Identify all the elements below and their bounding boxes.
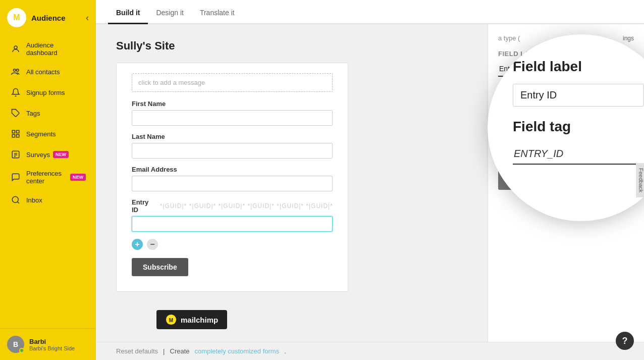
svg-point-2 [14, 46, 17, 49]
form-field-first-name: First Name [132, 100, 333, 126]
sidebar-item-label: Inbox [26, 196, 42, 204]
bottom-suffix: . [284, 347, 286, 355]
sidebar-item-label: Segments [26, 130, 56, 138]
form-field-entry-id: Entry ID *|GUID|* *|GUID|* *|GUID|* *|GU… [132, 198, 333, 232]
svg-text:M: M [13, 13, 20, 22]
site-title: Sully's Site [116, 39, 467, 53]
create-text: Create [170, 347, 190, 355]
add-field-btn[interactable]: + [132, 239, 143, 250]
field-type-label: a type ( [498, 34, 520, 42]
svg-text:M: M [169, 318, 173, 323]
sidebar-footer: B Barbi Barbi's Bright Side [0, 328, 96, 360]
sidebar-item-label: Preferences center [26, 170, 67, 185]
mailchimp-text: mailchimp [181, 316, 218, 324]
entry-id-label-row: Entry ID *|GUID|* *|GUID|* *|GUID|* *|GU… [132, 198, 333, 214]
sidebar-item-all-contacts[interactable]: All contacts [3, 62, 93, 82]
sidebar-nav: Audience dashboard All contacts Signup f… [0, 32, 96, 328]
sidebar: M Audience ‹ Audience dashboard All cont… [0, 0, 96, 360]
mailchimp-logo-icon: M [166, 314, 177, 325]
group-icon [10, 66, 21, 77]
remove-field-btn[interactable]: − [147, 239, 158, 250]
first-name-input[interactable] [132, 110, 333, 126]
reset-defaults-link[interactable]: Reset defaults [116, 347, 158, 355]
svg-point-4 [17, 69, 19, 72]
magnify-field-tag-input[interactable] [513, 144, 644, 165]
sidebar-item-segments[interactable]: Segments [3, 124, 93, 144]
sidebar-user-name: Barbi [29, 338, 75, 345]
form-message-box[interactable]: click to add a message [132, 73, 333, 92]
sidebar-item-signup-forms[interactable]: Signup forms [3, 82, 93, 102]
form-field-email: Email Address [132, 166, 333, 191]
sidebar-item-tags[interactable]: Tags [3, 103, 93, 123]
sidebar-logo: M [7, 8, 26, 27]
top-tabs: Build it Design it Translate it [96, 0, 644, 24]
mailchimp-badge: M mailchimp [156, 310, 227, 329]
form-field-last-name: Last Name [132, 133, 333, 159]
content-area: Sully's Site click to add a message Firs… [96, 24, 644, 342]
tab-translate-it[interactable]: Translate it [192, 3, 243, 24]
form-preview-container: Sully's Site click to add a message Firs… [96, 24, 488, 342]
entry-id-input[interactable] [132, 216, 333, 232]
settings-link[interactable]: ings [623, 35, 634, 42]
sidebar-item-surveys[interactable]: Surveys New [3, 144, 93, 165]
bottom-divider: | [163, 347, 165, 355]
svg-rect-6 [12, 130, 15, 133]
magnify-field-label-input[interactable] [513, 84, 644, 107]
magnify-field-label-title: Field label [513, 59, 582, 75]
avatar: B [7, 336, 24, 353]
pref-icon [10, 172, 21, 183]
sidebar-item-audience-dashboard[interactable]: Audience dashboard [3, 37, 93, 61]
last-name-input[interactable] [132, 143, 333, 159]
svg-point-14 [12, 196, 18, 202]
help-btn[interactable]: ? [616, 332, 634, 350]
sidebar-item-label: Surveys [26, 151, 50, 159]
first-name-label: First Name [132, 100, 333, 108]
svg-rect-8 [12, 135, 15, 137]
feedback-tab[interactable]: Feedback [636, 163, 644, 197]
sidebar-item-label: Audience dashboard [26, 41, 86, 57]
survey-icon [10, 149, 21, 160]
main-content: Build it Design it Translate it Sully's … [96, 0, 644, 360]
bell-icon [10, 87, 21, 98]
entry-id-watermark: *|GUID|* *|GUID|* *|GUID|* *|GUID|* *|GU… [160, 202, 333, 210]
sidebar-collapse-btn[interactable]: ‹ [86, 13, 89, 23]
tab-build-it[interactable]: Build it [108, 3, 148, 24]
entry-id-label: Entry ID [132, 198, 157, 214]
tag-icon [10, 108, 21, 119]
sidebar-header: M Audience ‹ [0, 0, 96, 32]
search-icon [10, 194, 21, 205]
last-name-label: Last Name [132, 133, 333, 140]
svg-point-3 [14, 69, 16, 72]
svg-line-15 [17, 201, 19, 203]
svg-rect-7 [17, 130, 19, 133]
surveys-badge: New [53, 151, 69, 158]
sidebar-user-sub: Barbi's Bright Side [29, 345, 75, 351]
customize-forms-link[interactable]: completely customized forms [195, 347, 280, 355]
email-input[interactable] [132, 176, 333, 191]
sidebar-item-preferences-center[interactable]: Preferences center New [3, 165, 93, 189]
svg-rect-9 [17, 135, 19, 137]
magnify-field-tag-title: Field tag [513, 119, 571, 135]
add-remove-row: + − [132, 239, 333, 250]
sidebar-item-label: Signup forms [26, 89, 65, 96]
subscribe-btn[interactable]: Subscribe [132, 258, 188, 276]
form-card: click to add a message First Name Last N… [116, 63, 348, 292]
sidebar-item-label: All contacts [26, 68, 60, 76]
email-label: Email Address [132, 166, 333, 173]
grid-icon [10, 128, 21, 139]
avatar-online-dot [19, 348, 24, 353]
tab-design-it[interactable]: Design it [148, 3, 191, 24]
preferences-badge: New [70, 174, 86, 181]
sidebar-title: Audience [31, 14, 86, 22]
bottom-bar: Reset defaults | Create completely custo… [96, 342, 644, 360]
sidebar-item-label: Tags [26, 110, 40, 117]
sidebar-item-inbox[interactable]: Inbox [3, 190, 93, 210]
sidebar-user-info: Barbi Barbi's Bright Side [29, 338, 75, 351]
person-icon [10, 43, 21, 55]
